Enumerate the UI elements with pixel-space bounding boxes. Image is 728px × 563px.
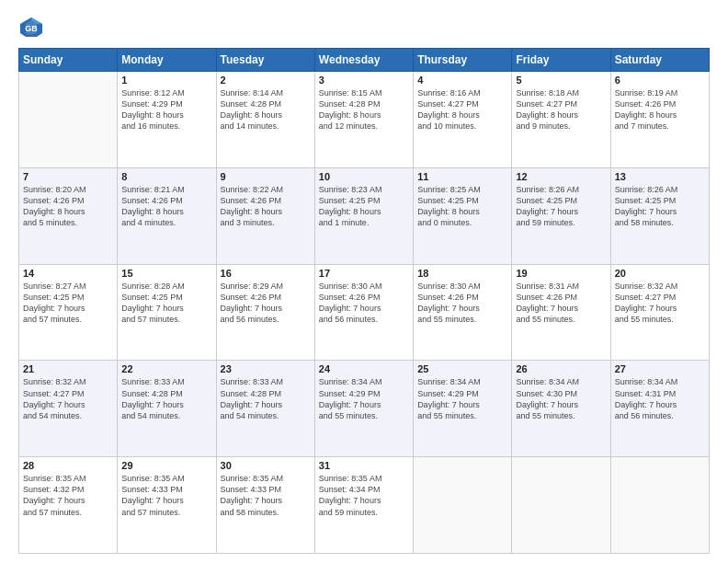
day-info: Sunrise: 8:15 AMSunset: 4:28 PMDaylight:… [319, 87, 409, 132]
day-number: 10 [319, 171, 409, 182]
svg-text:GB: GB [25, 24, 38, 33]
day-info: Sunrise: 8:12 AMSunset: 4:29 PMDaylight:… [121, 87, 211, 132]
day-info: Sunrise: 8:22 AMSunset: 4:26 PMDaylight:… [221, 184, 311, 229]
day-info: Sunrise: 8:26 AMSunset: 4:25 PMDaylight:… [615, 184, 705, 229]
calendar-cell [414, 457, 512, 554]
calendar-cell: 6Sunrise: 8:19 AMSunset: 4:26 PMDaylight… [610, 72, 709, 168]
calendar-cell: 12Sunrise: 8:26 AMSunset: 4:25 PMDayligh… [512, 167, 610, 264]
day-number: 29 [121, 460, 211, 471]
calendar-cell: 23Sunrise: 8:33 AMSunset: 4:28 PMDayligh… [216, 361, 314, 457]
calendar-cell: 11Sunrise: 8:25 AMSunset: 4:25 PMDayligh… [414, 167, 512, 264]
day-info: Sunrise: 8:32 AMSunset: 4:27 PMDaylight:… [23, 376, 113, 421]
calendar-cell: 14Sunrise: 8:27 AMSunset: 4:25 PMDayligh… [19, 264, 118, 361]
day-info: Sunrise: 8:28 AMSunset: 4:25 PMDaylight:… [121, 281, 211, 326]
day-number: 27 [615, 363, 705, 374]
calendar-cell: 3Sunrise: 8:15 AMSunset: 4:28 PMDaylight… [314, 72, 413, 168]
calendar-header-friday: Friday [512, 49, 610, 72]
calendar-cell: 19Sunrise: 8:31 AMSunset: 4:26 PMDayligh… [512, 264, 610, 361]
day-number: 8 [121, 171, 211, 182]
calendar-cell: 26Sunrise: 8:34 AMSunset: 4:30 PMDayligh… [512, 361, 610, 457]
day-number: 30 [221, 460, 311, 471]
calendar-cell: 30Sunrise: 8:35 AMSunset: 4:33 PMDayligh… [216, 457, 314, 554]
calendar-cell: 16Sunrise: 8:29 AMSunset: 4:26 PMDayligh… [216, 264, 314, 361]
calendar-cell: 31Sunrise: 8:35 AMSunset: 4:34 PMDayligh… [314, 457, 413, 554]
day-info: Sunrise: 8:34 AMSunset: 4:30 PMDaylight:… [516, 376, 606, 421]
day-number: 13 [615, 171, 705, 182]
day-number: 5 [516, 75, 606, 86]
day-number: 6 [615, 75, 705, 86]
day-number: 7 [23, 171, 113, 182]
day-info: Sunrise: 8:30 AMSunset: 4:26 PMDaylight:… [319, 281, 409, 326]
calendar-cell [512, 457, 610, 554]
calendar-cell [19, 72, 118, 168]
day-info: Sunrise: 8:35 AMSunset: 4:33 PMDaylight:… [221, 473, 311, 518]
calendar-cell: 25Sunrise: 8:34 AMSunset: 4:29 PMDayligh… [414, 361, 512, 457]
day-info: Sunrise: 8:32 AMSunset: 4:27 PMDaylight:… [615, 281, 705, 326]
calendar-cell: 22Sunrise: 8:33 AMSunset: 4:28 PMDayligh… [118, 361, 216, 457]
day-info: Sunrise: 8:25 AMSunset: 4:25 PMDaylight:… [417, 184, 507, 229]
calendar-cell: 13Sunrise: 8:26 AMSunset: 4:25 PMDayligh… [610, 167, 709, 264]
calendar-cell: 27Sunrise: 8:34 AMSunset: 4:31 PMDayligh… [610, 361, 709, 457]
calendar-cell: 2Sunrise: 8:14 AMSunset: 4:28 PMDaylight… [216, 72, 314, 168]
calendar-cell: 15Sunrise: 8:28 AMSunset: 4:25 PMDayligh… [118, 264, 216, 361]
day-number: 22 [121, 363, 211, 374]
day-info: Sunrise: 8:16 AMSunset: 4:27 PMDaylight:… [417, 87, 507, 132]
day-number: 2 [221, 75, 311, 86]
calendar-header-sunday: Sunday [19, 49, 118, 72]
header: GB [18, 15, 710, 40]
calendar-cell: 17Sunrise: 8:30 AMSunset: 4:26 PMDayligh… [314, 264, 413, 361]
day-number: 1 [121, 75, 211, 86]
calendar-cell: 18Sunrise: 8:30 AMSunset: 4:26 PMDayligh… [414, 264, 512, 361]
day-number: 3 [319, 75, 409, 86]
calendar-cell: 20Sunrise: 8:32 AMSunset: 4:27 PMDayligh… [610, 264, 709, 361]
calendar-cell: 10Sunrise: 8:23 AMSunset: 4:25 PMDayligh… [314, 167, 413, 264]
calendar-table: SundayMondayTuesdayWednesdayThursdayFrid… [18, 48, 710, 554]
day-info: Sunrise: 8:33 AMSunset: 4:28 PMDaylight:… [221, 376, 311, 421]
calendar-week-row: 21Sunrise: 8:32 AMSunset: 4:27 PMDayligh… [19, 361, 710, 457]
day-number: 4 [417, 75, 507, 86]
calendar-cell: 9Sunrise: 8:22 AMSunset: 4:26 PMDaylight… [216, 167, 314, 264]
calendar-cell: 21Sunrise: 8:32 AMSunset: 4:27 PMDayligh… [19, 361, 118, 457]
calendar-header-saturday: Saturday [610, 49, 709, 72]
day-number: 24 [319, 363, 409, 374]
calendar-week-row: 14Sunrise: 8:27 AMSunset: 4:25 PMDayligh… [19, 264, 710, 361]
calendar-header-monday: Monday [118, 49, 216, 72]
day-info: Sunrise: 8:31 AMSunset: 4:26 PMDaylight:… [516, 281, 606, 326]
day-number: 12 [516, 171, 606, 182]
calendar-header-row: SundayMondayTuesdayWednesdayThursdayFrid… [19, 49, 710, 72]
day-number: 19 [516, 268, 606, 279]
day-number: 25 [417, 363, 507, 374]
logo: GB [18, 15, 48, 40]
day-info: Sunrise: 8:33 AMSunset: 4:28 PMDaylight:… [121, 376, 211, 421]
calendar-header-thursday: Thursday [414, 49, 512, 72]
day-number: 23 [221, 363, 311, 374]
day-info: Sunrise: 8:34 AMSunset: 4:29 PMDaylight:… [417, 376, 507, 421]
calendar-cell: 4Sunrise: 8:16 AMSunset: 4:27 PMDaylight… [414, 72, 512, 168]
calendar-cell: 29Sunrise: 8:35 AMSunset: 4:33 PMDayligh… [118, 457, 216, 554]
day-number: 11 [417, 171, 507, 182]
page: GB SundayMondayTuesdayWednesdayThursdayF… [0, 0, 728, 563]
calendar-cell [610, 457, 709, 554]
day-info: Sunrise: 8:34 AMSunset: 4:29 PMDaylight:… [319, 376, 409, 421]
day-number: 31 [319, 460, 409, 471]
logo-icon: GB [18, 15, 44, 40]
calendar-cell: 7Sunrise: 8:20 AMSunset: 4:26 PMDaylight… [19, 167, 118, 264]
day-info: Sunrise: 8:18 AMSunset: 4:27 PMDaylight:… [516, 87, 606, 132]
calendar-week-row: 28Sunrise: 8:35 AMSunset: 4:32 PMDayligh… [19, 457, 710, 554]
day-number: 17 [319, 268, 409, 279]
day-info: Sunrise: 8:14 AMSunset: 4:28 PMDaylight:… [221, 87, 311, 132]
day-info: Sunrise: 8:23 AMSunset: 4:25 PMDaylight:… [319, 184, 409, 229]
day-number: 14 [23, 268, 113, 279]
day-info: Sunrise: 8:34 AMSunset: 4:31 PMDaylight:… [615, 376, 705, 421]
day-number: 18 [417, 268, 507, 279]
day-info: Sunrise: 8:29 AMSunset: 4:26 PMDaylight:… [221, 281, 311, 326]
calendar-week-row: 7Sunrise: 8:20 AMSunset: 4:26 PMDaylight… [19, 167, 710, 264]
day-info: Sunrise: 8:35 AMSunset: 4:33 PMDaylight:… [121, 473, 211, 518]
day-number: 28 [23, 460, 113, 471]
day-number: 20 [615, 268, 705, 279]
day-info: Sunrise: 8:21 AMSunset: 4:26 PMDaylight:… [121, 184, 211, 229]
calendar-cell: 5Sunrise: 8:18 AMSunset: 4:27 PMDaylight… [512, 72, 610, 168]
calendar-week-row: 1Sunrise: 8:12 AMSunset: 4:29 PMDaylight… [19, 72, 710, 168]
day-number: 9 [221, 171, 311, 182]
day-info: Sunrise: 8:27 AMSunset: 4:25 PMDaylight:… [23, 281, 113, 326]
